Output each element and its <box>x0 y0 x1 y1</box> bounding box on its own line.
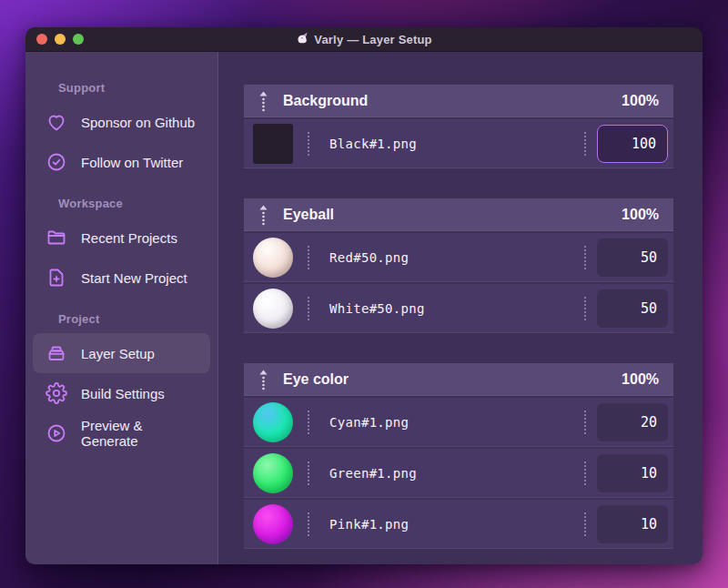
layer-weight-input[interactable] <box>597 238 668 277</box>
layer-group-header[interactable]: Background 100% <box>244 85 673 117</box>
drag-handle-icon[interactable] <box>258 204 268 226</box>
layer-group: Background 100% Black#1.png <box>244 85 673 168</box>
sidebar-item-label: Follow on Twitter <box>81 155 183 170</box>
row-separator <box>584 132 586 156</box>
layer-row[interactable]: Cyan#1.png <box>244 398 673 447</box>
layer-group-title: Eyeball <box>283 207 334 223</box>
row-separator <box>584 297 586 320</box>
sidebar-section: Workspace Recent Projects Start New Proj… <box>25 197 217 298</box>
row-separator <box>584 512 586 536</box>
row-separator <box>308 132 309 156</box>
layer-group: Eyeball 100% Red#50.png White#50.png <box>244 198 673 333</box>
sidebar-item-start-new-project[interactable]: Start New Project <box>33 258 210 298</box>
sidebar-item-build-settings[interactable]: Build Settings <box>33 373 210 413</box>
layer-list: Background 100% Black#1.png Eyeball 100% <box>218 52 703 564</box>
layer-filename: Black#1.png <box>329 137 417 151</box>
sidebar-item-recent-projects[interactable]: Recent Projects <box>33 218 210 258</box>
titlebar[interactable]: Varly — Layer Setup <box>25 27 703 52</box>
layer-weight-input[interactable] <box>597 454 668 492</box>
window-title-text: Varly — Layer Setup <box>314 33 432 46</box>
sidebar-item-layer-setup[interactable]: Layer Setup <box>33 333 210 373</box>
sidebar: Support Sponsor on Github Follow on Twit… <box>25 52 218 564</box>
row-separator <box>584 246 586 269</box>
layer-thumbnail <box>253 453 293 493</box>
layer-weight-input[interactable] <box>597 289 668 328</box>
layer-filename: Cyan#1.png <box>329 415 409 430</box>
layer-weight-input[interactable] <box>597 125 668 163</box>
drag-handle-icon[interactable] <box>258 90 268 112</box>
row-separator <box>308 246 309 269</box>
unicorn-icon <box>296 31 309 47</box>
layer-thumbnail <box>253 124 293 164</box>
layer-filename: Pink#1.png <box>329 517 409 532</box>
layer-row[interactable]: Green#1.png <box>244 449 673 498</box>
sidebar-item-sponsor-on-github[interactable]: Sponsor on Github <box>33 102 210 142</box>
layer-group-weight: 100% <box>622 207 659 223</box>
layer-filename: Red#50.png <box>329 250 409 265</box>
sidebar-section-label: Workspace <box>58 197 217 210</box>
layer-thumbnail <box>253 238 293 278</box>
sidebar-item-label: Build Settings <box>81 386 165 401</box>
layer-thumbnail <box>253 402 293 442</box>
row-separator <box>584 411 586 434</box>
layer-group: Eye color 100% Cyan#1.png Green#1.png Pi… <box>244 363 673 549</box>
row-separator <box>308 411 309 434</box>
sidebar-item-label: Preview & Generate <box>81 418 197 449</box>
layer-group-title: Eye color <box>283 371 349 388</box>
row-separator <box>584 461 586 485</box>
heart-icon <box>46 111 67 133</box>
sidebar-section-label: Project <box>58 312 217 326</box>
sidebar-section-label: Support <box>58 81 217 95</box>
layers-box-icon <box>46 342 67 364</box>
sidebar-item-label: Layer Setup <box>81 346 155 361</box>
layer-group-header[interactable]: Eyeball 100% <box>244 198 673 231</box>
layer-row[interactable]: Pink#1.png <box>244 500 673 549</box>
layer-group-weight: 100% <box>622 371 659 388</box>
sidebar-item-preview-generate[interactable]: Preview & Generate <box>33 413 210 453</box>
play-circle-icon <box>46 422 67 444</box>
window-title: Varly — Layer Setup <box>25 31 703 47</box>
gear-icon <box>46 382 67 404</box>
layer-weight-input[interactable] <box>597 505 668 543</box>
layer-weight-input[interactable] <box>597 403 668 441</box>
layer-filename: White#50.png <box>329 301 425 316</box>
layer-rows: Red#50.png White#50.png <box>244 233 673 333</box>
window-body: Support Sponsor on Github Follow on Twit… <box>25 52 703 564</box>
badge-check-icon <box>46 151 67 173</box>
layer-rows: Black#1.png <box>244 119 673 168</box>
layer-thumbnail <box>253 504 293 544</box>
layer-thumbnail <box>253 289 293 329</box>
layer-row[interactable]: White#50.png <box>244 284 673 333</box>
layer-group-title: Background <box>283 93 368 109</box>
row-separator <box>308 512 309 536</box>
layer-filename: Green#1.png <box>329 466 417 481</box>
layer-rows: Cyan#1.png Green#1.png Pink#1.png <box>244 398 673 549</box>
folder-icon <box>46 227 67 248</box>
layer-group-header[interactable]: Eye color 100% <box>244 363 673 396</box>
file-plus-icon <box>46 267 67 289</box>
layer-row[interactable]: Black#1.png <box>244 119 673 168</box>
sidebar-item-label: Sponsor on Github <box>81 115 195 130</box>
row-separator <box>308 461 309 485</box>
layer-row[interactable]: Red#50.png <box>244 233 673 282</box>
app-window: Varly — Layer Setup Support Sponsor on G… <box>25 27 703 564</box>
layer-group-weight: 100% <box>622 93 659 109</box>
sidebar-item-follow-on-twitter[interactable]: Follow on Twitter <box>33 142 210 182</box>
sidebar-section: Project Layer Setup Build Settings Previ… <box>25 312 217 453</box>
sidebar-item-label: Start New Project <box>81 270 187 286</box>
row-separator <box>308 297 309 320</box>
sidebar-item-label: Recent Projects <box>81 230 177 246</box>
drag-handle-icon[interactable] <box>258 369 268 390</box>
sidebar-section: Support Sponsor on Github Follow on Twit… <box>25 81 217 182</box>
